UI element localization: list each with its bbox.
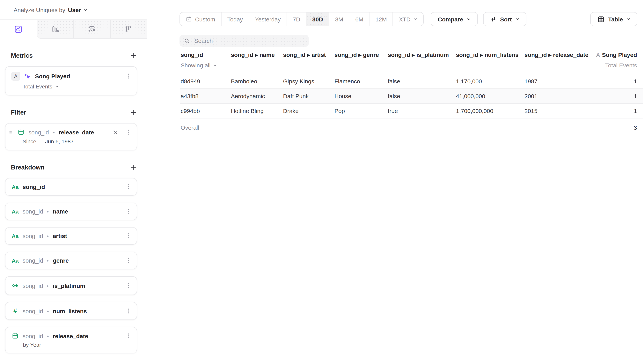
entity-value: User	[68, 7, 81, 13]
property-parent: song_id	[22, 208, 43, 215]
text-type-icon: Aa	[11, 208, 19, 214]
bar-chart-icon	[51, 25, 60, 33]
breakdown-options-button[interactable]	[125, 208, 132, 215]
column-header[interactable]: song_id ▸ genre	[334, 49, 387, 74]
add-metric-button[interactable]	[130, 52, 137, 59]
property-name: name	[53, 208, 68, 215]
metric-event-name: Song Played	[35, 73, 70, 80]
metric-options-button[interactable]	[125, 73, 132, 80]
breakdown-item-genre[interactable]: Aa song_id▸ genre	[5, 252, 137, 269]
property-name: release_date	[53, 332, 88, 339]
add-breakdown-button[interactable]	[130, 164, 137, 171]
entity-picker[interactable]: User	[68, 7, 88, 13]
table-row[interactable]: d8d949BamboleoGipsy KingsFlamencofalse1,…	[180, 74, 643, 89]
breakdown-options-button[interactable]	[125, 332, 132, 339]
sort-label: Sort	[500, 16, 512, 23]
breakdown-options-button[interactable]	[125, 308, 132, 314]
overall-label: Overall	[180, 118, 230, 136]
table-cell: Pop	[334, 104, 387, 118]
view-selector-button[interactable]: Table	[590, 12, 638, 26]
tab-retention[interactable]	[110, 20, 147, 38]
range-7d[interactable]: 7D	[287, 13, 306, 26]
compare-button[interactable]: Compare	[431, 12, 478, 26]
table-row[interactable]: a43fb8AerodynamicDaft PunkHousefalse41,0…	[180, 89, 643, 104]
table-header-row: song_id Showing all song_id ▸ namesong_i…	[180, 49, 643, 74]
column-header[interactable]: song_id ▸ num_listens	[455, 49, 524, 74]
breakdown-item-release_date[interactable]: song_id▸ release_date by Year	[5, 327, 137, 353]
table-cell: House	[334, 89, 387, 103]
analytics-app: Analyze Uniques by User Metrics A	[0, 0, 644, 360]
drag-handle-icon[interactable]	[8, 130, 14, 135]
table-search[interactable]	[180, 35, 309, 47]
breakdown-item-is_platinum[interactable]: song_id▸ is_platinum	[5, 276, 137, 295]
property-name: song_id	[22, 184, 45, 190]
filter-card[interactable]: song_id ▸ release_date Since Jun 6, 1987	[5, 123, 137, 150]
breakdown-item-name[interactable]: Aa song_id▸ name	[5, 203, 137, 220]
range-custom[interactable]: Custom	[180, 13, 221, 26]
inactive-tabs-strip	[36, 20, 147, 39]
breakdown-item-song_id[interactable]: Aa song_id	[5, 178, 137, 196]
range-12m[interactable]: 12M	[370, 13, 393, 26]
path-separator: ▸	[47, 283, 49, 288]
metric-card[interactable]: A Song Played Total Events	[5, 66, 137, 96]
metric-column-header[interactable]: ASong Played Total Events	[590, 49, 643, 74]
search-input[interactable]	[194, 37, 304, 45]
sort-button[interactable]: Sort	[483, 12, 526, 26]
property-name: is_platinum	[53, 282, 85, 289]
breakdown-item-artist[interactable]: Aa song_id▸ artist	[5, 227, 137, 245]
report-main: Custom Today Yesterday 7D 30D 3M 6M 12M …	[147, 0, 644, 360]
aggregation-selector[interactable]: Total Events	[6, 81, 137, 95]
report-toolbar: Custom Today Yesterday 7D 30D 3M 6M 12M …	[180, 12, 638, 26]
range-label: 30D	[312, 16, 323, 23]
breakdown-options-button[interactable]	[125, 233, 132, 239]
column-header[interactable]: song_id Showing all	[180, 49, 230, 74]
tab-flow[interactable]	[74, 20, 110, 38]
breakdown-options-button[interactable]	[125, 282, 132, 289]
table-grid-icon	[597, 16, 605, 23]
breakdown-granularity[interactable]: by Year	[6, 339, 137, 353]
text-type-icon: Aa	[11, 184, 19, 190]
property-parent: song_id	[22, 282, 43, 289]
table-cell: a43fb8	[180, 89, 230, 103]
analysis-header: Analyze Uniques by User	[0, 0, 147, 20]
range-30d[interactable]: 30D	[306, 13, 329, 26]
table-cell	[387, 118, 455, 136]
table-cell: 1,170,000	[455, 74, 524, 89]
table-cell: 41,000,000	[455, 89, 524, 103]
column-header[interactable]: song_id ▸ name	[230, 49, 282, 74]
breakdown-item-num_listens[interactable]: # song_id▸ num_listens	[5, 302, 137, 320]
table-cell: Gipsy Kings	[282, 74, 334, 89]
overall-row: Overall 3	[180, 118, 643, 136]
table-cell: 1,700,000,000	[455, 104, 524, 118]
filter-value[interactable]: Jun 6, 1987	[45, 138, 74, 145]
add-filter-button[interactable]	[130, 109, 137, 116]
table-cell: Flamenco	[334, 74, 387, 89]
range-3m[interactable]: 3M	[329, 13, 350, 26]
range-today[interactable]: Today	[221, 13, 249, 26]
filter-operator[interactable]: Since	[22, 138, 36, 145]
filter-condition[interactable]: Since Jun 6, 1987	[6, 136, 137, 150]
path-separator: ▸	[47, 309, 49, 313]
property-name: artist	[53, 233, 67, 239]
remove-filter-button[interactable]	[112, 129, 118, 135]
column-header[interactable]: song_id ▸ artist	[282, 49, 334, 74]
showing-all-dropdown[interactable]: Showing all	[181, 62, 227, 74]
text-type-icon: Aa	[11, 233, 19, 239]
range-6m[interactable]: 6M	[350, 13, 370, 26]
column-header[interactable]: song_id ▸ is_platinum	[387, 49, 455, 74]
aggregation-label: Total Events	[22, 83, 52, 90]
filter-section-head: Filter	[11, 109, 137, 116]
results-table: song_id Showing all song_id ▸ namesong_i…	[180, 49, 643, 136]
filter-options-button[interactable]	[125, 129, 132, 135]
metric-value-cell: 1	[590, 104, 643, 118]
path-separator: ▸	[47, 234, 49, 238]
column-header[interactable]: song_id ▸ release_date	[524, 49, 590, 74]
range-yesterday[interactable]: Yesterday	[249, 13, 287, 26]
table-row[interactable]: c994bbHotline BlingDrakePoptrue1,700,000…	[180, 104, 643, 118]
table-cell: 1987	[524, 74, 590, 89]
range-xtd[interactable]: XTD	[393, 13, 424, 26]
tab-bar-chart[interactable]	[37, 20, 74, 38]
breakdown-options-button[interactable]	[125, 184, 132, 190]
tab-insights[interactable]	[0, 20, 36, 39]
breakdown-options-button[interactable]	[125, 257, 132, 264]
